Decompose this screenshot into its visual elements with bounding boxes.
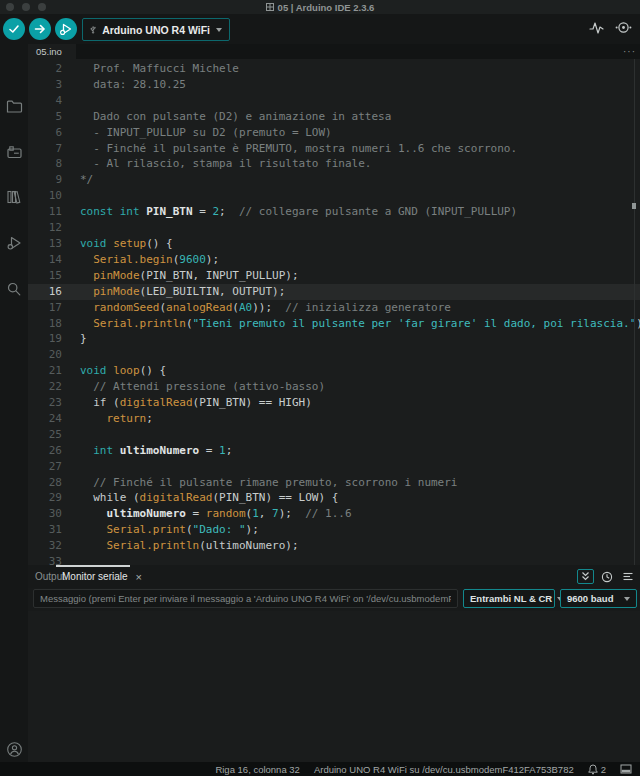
line-number: 22 xyxy=(28,379,62,395)
upload-button[interactable] xyxy=(29,18,51,40)
code-line-26[interactable]: 26 int ultimoNumero = 1; xyxy=(28,443,640,459)
line-content: pinMode(LED_BUILTIN, OUTPUT); xyxy=(62,284,285,300)
line-number: 16 xyxy=(28,284,62,300)
tab-serial-monitor[interactable]: Monitor seriale × xyxy=(62,565,142,588)
zoom-window-button[interactable] xyxy=(38,3,46,11)
sidebar-item-library-manager[interactable] xyxy=(5,188,23,206)
code-line-7[interactable]: 7 - Finché il pulsante è PREMUTO, mostra… xyxy=(28,141,640,157)
code-line-32[interactable]: 32 Serial.println(ultimoNumero); xyxy=(28,538,640,554)
code-line-8[interactable]: 8 - Al rilascio, stampa il risultato fin… xyxy=(28,156,640,172)
code-line-20[interactable]: 20 xyxy=(28,347,640,363)
code-line-2[interactable]: 2 Prof. Maffucci Michele xyxy=(28,61,640,77)
code-line-31[interactable]: 31 Serial.print("Dado: "); xyxy=(28,522,640,538)
line-content: - Finché il pulsante è PREMUTO, mostra n… xyxy=(62,141,517,157)
editor-more-actions[interactable]: ··· xyxy=(623,44,636,59)
clock-icon xyxy=(601,571,613,583)
verify-button[interactable] xyxy=(3,18,25,40)
panel-tab-bar: Output Monitor seriale × xyxy=(28,565,640,588)
code-line-6[interactable]: 6 - INPUT_PULLUP su D2 (premuto = LOW) xyxy=(28,125,640,141)
sidebar-item-account[interactable] xyxy=(5,740,23,758)
code-editor[interactable]: 2 Prof. Maffucci Michele3 data: 28.10.25… xyxy=(28,59,640,565)
line-number: 17 xyxy=(28,300,62,316)
line-number: 8 xyxy=(28,156,62,172)
tab-serial-monitor-label: Monitor seriale xyxy=(62,571,128,582)
serial-monitor-button[interactable] xyxy=(615,19,632,36)
baud-rate-select[interactable]: 9600 baud xyxy=(560,589,637,608)
code-line-28[interactable]: 28 // Finché il pulsante rimane premuto,… xyxy=(28,475,640,491)
serial-message-input[interactable] xyxy=(33,589,458,608)
sidebar-item-search[interactable] xyxy=(5,280,23,298)
line-content xyxy=(62,188,80,204)
board-icon xyxy=(6,144,23,160)
editor-scrollbar-track[interactable] xyxy=(634,59,636,565)
line-number: 12 xyxy=(28,220,62,236)
code-line-23[interactable]: 23 if (digitalRead(PIN_BTN) == HIGH) xyxy=(28,395,640,411)
code-line-12[interactable]: 12 xyxy=(28,220,640,236)
window-title: 05 | Arduino IDE 2.3.6 xyxy=(0,2,640,13)
close-icon[interactable]: × xyxy=(136,571,142,583)
cursor-position[interactable]: Riga 16, colonna 32 xyxy=(215,764,300,775)
minimize-window-button[interactable] xyxy=(22,3,30,11)
code-line-15[interactable]: 15 pinMode(PIN_BTN, INPUT_PULLUP); xyxy=(28,268,640,284)
line-number: 5 xyxy=(28,109,62,125)
line-content: } xyxy=(62,331,87,347)
code-line-3[interactable]: 3 data: 28.10.25 xyxy=(28,77,640,93)
line-number: 15 xyxy=(28,268,62,284)
baud-rate-value: 9600 baud xyxy=(567,593,613,604)
activity-bar xyxy=(0,44,28,762)
code-line-25[interactable]: 25 xyxy=(28,427,640,443)
folder-icon xyxy=(6,99,23,114)
code-line-33[interactable]: 33 xyxy=(28,554,640,565)
clear-output-button[interactable] xyxy=(619,569,636,584)
notifications-indicator[interactable]: 2 xyxy=(588,764,606,775)
code-line-16[interactable]: 16 pinMode(LED_BUILTIN, OUTPUT); xyxy=(28,284,640,300)
code-line-19[interactable]: 19} xyxy=(28,331,640,347)
close-window-button[interactable] xyxy=(6,3,14,11)
code-line-27[interactable]: 27 xyxy=(28,459,640,475)
line-number: 14 xyxy=(28,252,62,268)
toggle-panel-button[interactable] xyxy=(620,764,632,774)
debug-play-bug-icon xyxy=(59,22,73,36)
serial-plotter-button[interactable] xyxy=(588,19,605,36)
tab-output[interactable]: Output xyxy=(35,565,65,588)
line-ending-select[interactable]: Entrambi NL & CR xyxy=(463,589,555,608)
code-line-29[interactable]: 29 while (digitalRead(PIN_BTN) == LOW) { xyxy=(28,490,640,506)
serial-monitor-icon xyxy=(615,19,632,36)
code-line-18[interactable]: 18 Serial.println("Tieni premuto il puls… xyxy=(28,316,640,332)
line-content: return; xyxy=(62,411,153,427)
books-icon xyxy=(6,189,23,205)
code-line-13[interactable]: 13void setup() { xyxy=(28,236,640,252)
code-line-4[interactable]: 4 xyxy=(28,93,640,109)
sidebar-item-debug[interactable] xyxy=(5,234,23,252)
board-selector[interactable]: Arduino UNO R4 WiFi xyxy=(82,18,230,41)
serial-message-row: Entrambi NL & CR 9600 baud xyxy=(28,589,640,610)
code-line-30[interactable]: 30 ultimoNumero = random(1, 7); // 1..6 xyxy=(28,506,640,522)
line-number: 33 xyxy=(28,554,62,565)
code-line-9[interactable]: 9*/ xyxy=(28,172,640,188)
serial-monitor-output[interactable] xyxy=(28,611,640,762)
code-line-11[interactable]: 11const int PIN_BTN = 2; // collegare pu… xyxy=(28,204,640,220)
code-line-14[interactable]: 14 Serial.begin(9600); xyxy=(28,252,640,268)
code-line-10[interactable]: 10 xyxy=(28,188,640,204)
line-content: - Al rilascio, stampa il risultato final… xyxy=(62,156,371,172)
code-line-5[interactable]: 5 Dado con pulsante (D2) e animazione in… xyxy=(28,109,640,125)
code-line-22[interactable]: 22 // Attendi pressione (attivo-basso) xyxy=(28,379,640,395)
code-line-17[interactable]: 17 randomSeed(analogRead(A0)); // inizia… xyxy=(28,300,640,316)
line-content xyxy=(62,427,80,443)
debug-button[interactable] xyxy=(55,18,77,40)
line-content: ultimoNumero = random(1, 7); // 1..6 xyxy=(62,506,352,522)
line-number: 19 xyxy=(28,331,62,347)
autoscroll-toggle-button[interactable] xyxy=(577,569,594,584)
sidebar-item-boards-manager[interactable] xyxy=(5,143,23,161)
account-icon xyxy=(6,741,23,758)
code-line-21[interactable]: 21void loop() { xyxy=(28,363,640,379)
code-line-24[interactable]: 24 return; xyxy=(28,411,640,427)
sidebar-item-sketchbook[interactable] xyxy=(5,97,23,115)
timestamp-toggle-button[interactable] xyxy=(598,569,615,584)
line-content: Serial.println(ultimoNumero); xyxy=(62,538,299,554)
line-content: if (digitalRead(PIN_BTN) == HIGH) xyxy=(62,395,312,411)
line-number: 32 xyxy=(28,538,62,554)
tab-05-ino[interactable]: 05.ino xyxy=(28,44,76,59)
line-number: 29 xyxy=(28,490,62,506)
line-number: 13 xyxy=(28,236,62,252)
